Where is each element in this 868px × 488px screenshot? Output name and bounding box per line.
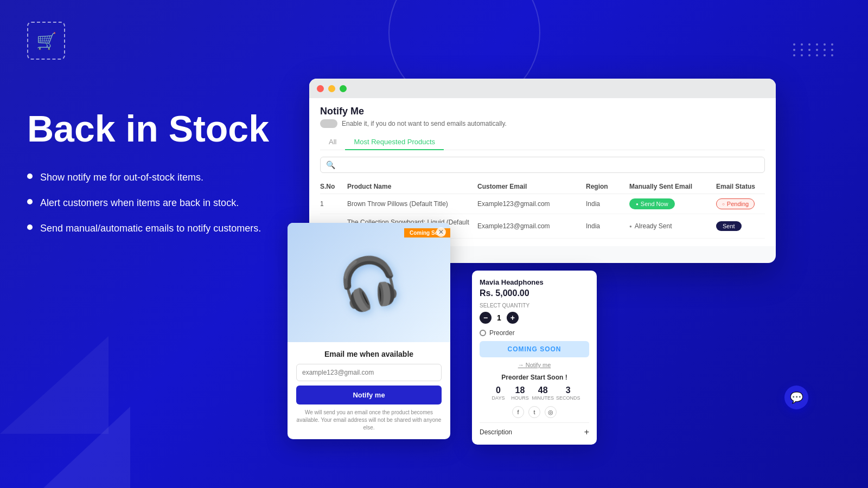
table-row: 1 Brown Throw Pillows (Default Title) Ex… xyxy=(320,194,765,214)
search-bar: 🔍 xyxy=(320,157,765,173)
dots-grid-decoration xyxy=(793,43,835,56)
preorder-label: Preorder xyxy=(489,329,515,337)
cell-status: Sent xyxy=(716,222,776,230)
product-title: Mavia Headphones xyxy=(480,278,589,286)
popup-form: Email me when available Notify me We wil… xyxy=(288,342,450,439)
popup-notify-button[interactable]: Notify me xyxy=(296,386,442,404)
description-label: Description xyxy=(480,428,512,436)
qty-label: SELECT QUANTITY xyxy=(480,303,589,309)
cell-manual: Already Sent xyxy=(629,222,716,230)
headphone-image: 🎧 xyxy=(332,247,405,318)
countdown-seconds: 3 SECONDS xyxy=(556,386,580,401)
notify-me-link[interactable]: → Notify me xyxy=(480,362,589,368)
qty-control: − 1 + xyxy=(480,312,589,324)
preorder-soon-label: Preorder Start Soon ! xyxy=(480,374,589,381)
chat-bubble-button[interactable]: 💬 xyxy=(784,386,808,409)
app-logo: 🛒 xyxy=(27,22,65,60)
main-heading: Back in Stock xyxy=(27,108,271,149)
dashboard-title: Notify Me xyxy=(320,106,765,117)
maximize-button-traffic[interactable] xyxy=(340,85,347,92)
cell-product: Brown Throw Pillows (Default Title) xyxy=(347,200,477,208)
preorder-radio[interactable] xyxy=(480,330,486,336)
product-price: Rs. 5,000.00 xyxy=(480,288,589,298)
window-titlebar xyxy=(309,79,776,98)
col-header-product: Product Name xyxy=(347,183,477,190)
popup-close-button[interactable]: ✕ xyxy=(436,227,446,237)
tabs-row: All Most Requested Products xyxy=(320,134,765,150)
cell-manual: Send Now xyxy=(629,198,716,209)
cell-email: Example123@gmail.com xyxy=(477,222,586,230)
popup-form-title: Email me when available xyxy=(296,350,442,358)
qty-decrease-button[interactable]: − xyxy=(480,312,492,324)
product-detail-panel: Mavia Headphones Rs. 5,000.00 SELECT QUA… xyxy=(472,271,597,445)
days-label: DAYS xyxy=(492,395,505,401)
popup-email-input[interactable] xyxy=(296,364,442,381)
search-input[interactable] xyxy=(340,161,759,169)
description-expand-icon[interactable]: + xyxy=(584,427,589,437)
status-badge-pending: Pending xyxy=(716,198,755,209)
seconds-value: 3 xyxy=(566,386,571,395)
cell-region: India xyxy=(586,200,629,208)
bg-decoration-triangle2 xyxy=(43,407,130,488)
social-icons-row: f t ◎ xyxy=(480,406,589,418)
col-header-region: Region xyxy=(586,183,629,190)
toggle-label: Enable it, if you do not want to send em… xyxy=(342,120,507,127)
cell-status: Pending xyxy=(716,198,776,209)
search-icon: 🔍 xyxy=(326,160,335,169)
popup-image-area: Coming Soon 🎧 ✕ xyxy=(288,223,450,342)
col-header-email: Customer Email xyxy=(477,183,586,190)
popup-note-text: We will send you an email once the produ… xyxy=(296,409,442,432)
days-value: 0 xyxy=(496,386,501,395)
bullet-text-3: Send manual/automatic emails to notify c… xyxy=(40,222,261,235)
table-header: S.No Product Name Customer Email Region … xyxy=(320,179,765,194)
cell-email: Example123@gmail.com xyxy=(477,200,586,208)
minimize-button-traffic[interactable] xyxy=(328,85,335,92)
countdown-row: 0 DAYS 18 HOURS 48 MINUTES 3 SECONDS xyxy=(480,386,589,401)
hours-label: HOURS xyxy=(511,395,529,401)
hours-value: 18 xyxy=(515,386,525,395)
countdown-days: 0 DAYS xyxy=(488,386,508,401)
cell-sno: 1 xyxy=(320,200,347,208)
qty-value: 1 xyxy=(497,313,501,322)
toggle-row: Enable it, if you do not want to send em… xyxy=(320,119,765,128)
countdown-hours: 18 HOURS xyxy=(510,386,529,401)
bullet-1: Show notify me for out-of-stock items. xyxy=(27,171,271,184)
seconds-label: SECONDS xyxy=(556,395,580,401)
bullet-dot-3 xyxy=(27,224,33,230)
bullet-2: Alert customers when items are back in s… xyxy=(27,196,271,210)
bullet-3: Send manual/automatic emails to notify c… xyxy=(27,222,271,235)
send-now-button[interactable]: Send Now xyxy=(629,198,675,209)
col-header-manual: Manually Sent Email xyxy=(629,183,716,190)
feature-list: Show notify me for out-of-stock items. A… xyxy=(27,171,271,236)
minutes-value: 48 xyxy=(538,386,548,395)
bullet-dot-2 xyxy=(27,199,33,204)
bullet-text-2: Alert customers when items are back in s… xyxy=(40,196,239,210)
left-content-area: Back in Stock Show notify me for out-of-… xyxy=(27,108,271,235)
twitter-icon[interactable]: t xyxy=(528,406,540,418)
cell-region: India xyxy=(586,222,629,230)
bullet-dot-1 xyxy=(27,174,33,179)
notify-me-popup: Coming Soon 🎧 ✕ Email me when available … xyxy=(288,223,450,439)
auto-email-toggle[interactable] xyxy=(320,119,337,128)
already-sent-label: Already Sent xyxy=(629,222,716,230)
facebook-icon[interactable]: f xyxy=(512,406,524,418)
countdown-minutes: 48 MINUTES xyxy=(532,386,554,401)
qty-increase-button[interactable]: + xyxy=(507,312,519,324)
bullet-text-1: Show notify me for out-of-stock items. xyxy=(40,171,203,184)
col-header-status: Email Status xyxy=(716,183,776,190)
tab-all[interactable]: All xyxy=(320,134,345,150)
minutes-label: MINUTES xyxy=(532,395,554,401)
coming-soon-button[interactable]: COMING SOON xyxy=(480,341,589,357)
share-icon[interactable]: ◎ xyxy=(545,406,557,418)
preorder-row: Preorder xyxy=(480,329,589,337)
description-row: Description + xyxy=(480,422,589,437)
tab-most-requested[interactable]: Most Requested Products xyxy=(345,134,444,150)
col-header-sno: S.No xyxy=(320,183,347,190)
close-button-traffic[interactable] xyxy=(317,85,324,92)
status-badge-sent: Sent xyxy=(716,221,742,231)
